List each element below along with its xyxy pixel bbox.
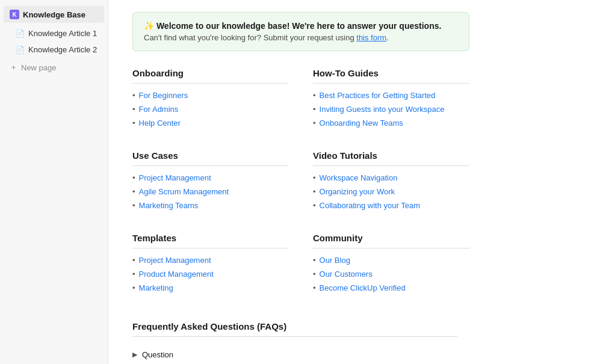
link-for-beginners[interactable]: For Beginners (139, 91, 188, 100)
section-onboarding: Onboarding For Beginners For Admins Help… (132, 68, 289, 132)
this-form-link[interactable]: this form (356, 33, 386, 42)
section-links-video-tutorials: Workspace Navigation Organizing your Wor… (313, 173, 469, 210)
link-marketing-teams[interactable]: Marketing Teams (139, 201, 199, 210)
welcome-banner-title: ✨ Welcome to our knowledge base! We're h… (144, 21, 458, 31)
section-title-video-tutorials: Video Tutorials (313, 150, 469, 166)
section-links-templates: Project Management Product Management Ma… (132, 256, 289, 292)
chevron-right-icon-1: ▶ (132, 351, 137, 359)
section-title-templates: Templates (132, 233, 289, 248)
list-item: Onboarding New Teams (313, 119, 469, 128)
sidebar-header[interactable]: K Knowledge Base (4, 6, 104, 23)
list-item: Project Management (132, 256, 289, 265)
faq-item-1[interactable]: ▶ Question (132, 345, 457, 364)
link-product-management[interactable]: Product Management (139, 270, 214, 279)
main-content: ✨ Welcome to our knowledge base! We're h… (108, 0, 594, 364)
section-links-how-to-guides: Best Practices for Getting Started Invit… (313, 91, 469, 128)
section-links-use-cases: Project Management Agile Scrum Managemen… (132, 173, 289, 210)
section-video-tutorials: Video Tutorials Workspace Navigation Org… (313, 150, 469, 215)
knowledge-base-icon: K (10, 10, 19, 19)
section-how-to-guides: How-To Guides Best Practices for Getting… (313, 68, 469, 132)
section-links-community: Our Blog Our Customers Become ClickUp Ve… (313, 256, 469, 292)
list-item: Become ClickUp Verified (313, 283, 469, 292)
section-title-how-to-guides: How-To Guides (313, 68, 469, 84)
sidebar-item-article-1[interactable]: 📄 Knowledge Article 1 (4, 26, 104, 41)
list-item: Organizing your Work (313, 187, 469, 196)
list-item: Product Management (132, 270, 289, 279)
list-item: Agile Scrum Management (132, 187, 289, 196)
list-item: For Beginners (132, 91, 289, 100)
link-agile-scrum[interactable]: Agile Scrum Management (139, 187, 229, 196)
list-item: Inviting Guests into your Workspace (313, 105, 469, 114)
link-collaborating-team[interactable]: Collaborating with your Team (320, 201, 420, 210)
section-links-onboarding: For Beginners For Admins Help Center (132, 91, 289, 128)
link-marketing[interactable]: Marketing (139, 283, 173, 292)
list-item: Workspace Navigation (313, 173, 469, 182)
list-item: Collaborating with your Team (313, 201, 469, 210)
article-icon-2: 📄 (16, 46, 25, 54)
link-project-management-uc[interactable]: Project Management (139, 173, 211, 182)
list-item: Our Customers (313, 270, 469, 279)
section-community: Community Our Blog Our Customers Become … (313, 233, 469, 297)
faq-question-1: Question (142, 350, 173, 359)
article-icon-1: 📄 (16, 29, 25, 38)
faq-section: Frequently Asked Questions (FAQs) ▶ Ques… (132, 321, 457, 364)
welcome-title-text: Welcome to our knowledge base! We're her… (156, 21, 441, 31)
new-page-label: New page (21, 63, 57, 72)
list-item: Marketing (132, 283, 289, 292)
list-item: Marketing Teams (132, 201, 289, 210)
sidebar-item-label-1: Knowledge Article 1 (28, 29, 97, 38)
welcome-banner: ✨ Welcome to our knowledge base! We're h… (132, 12, 469, 51)
sidebar-header-label: Knowledge Base (23, 10, 85, 19)
link-inviting-guests[interactable]: Inviting Guests into your Workspace (320, 105, 445, 114)
link-our-customers[interactable]: Our Customers (320, 270, 373, 279)
link-help-center[interactable]: Help Center (139, 119, 181, 128)
welcome-body-text: Can't find what you're looking for? Subm… (144, 33, 356, 42)
section-use-cases: Use Cases Project Management Agile Scrum… (132, 150, 289, 215)
new-page-button[interactable]: ＋ New page (4, 59, 104, 76)
link-project-management-tmpl[interactable]: Project Management (139, 256, 211, 265)
link-workspace-navigation[interactable]: Workspace Navigation (320, 173, 398, 182)
sparkle-icon: ✨ (144, 21, 154, 31)
sidebar: K Knowledge Base 📄 Knowledge Article 1 📄… (0, 0, 108, 364)
list-item: Our Blog (313, 256, 469, 265)
section-title-onboarding: Onboarding (132, 68, 289, 84)
sidebar-item-label-2: Knowledge Article 2 (28, 45, 97, 54)
list-item: Project Management (132, 173, 289, 182)
list-item: Help Center (132, 119, 289, 128)
section-title-use-cases: Use Cases (132, 150, 289, 166)
link-our-blog[interactable]: Our Blog (320, 256, 350, 265)
sidebar-item-article-2[interactable]: 📄 Knowledge Article 2 (4, 42, 104, 57)
welcome-suffix: . (386, 33, 389, 42)
link-for-admins[interactable]: For Admins (139, 105, 179, 114)
link-organizing-work[interactable]: Organizing your Work (320, 187, 395, 196)
list-item: Best Practices for Getting Started (313, 91, 469, 100)
section-title-community: Community (313, 233, 469, 248)
link-become-clickup-verified[interactable]: Become ClickUp Verified (320, 283, 406, 292)
link-onboarding-new-teams[interactable]: Onboarding New Teams (320, 119, 403, 128)
plus-icon: ＋ (10, 62, 17, 73)
section-templates: Templates Project Management Product Man… (132, 233, 289, 297)
faq-title: Frequently Asked Questions (FAQs) (132, 321, 457, 337)
link-best-practices[interactable]: Best Practices for Getting Started (320, 91, 436, 100)
list-item: For Admins (132, 105, 289, 114)
sections-grid: Onboarding For Beginners For Admins Help… (132, 68, 469, 315)
welcome-banner-body: Can't find what you're looking for? Subm… (144, 33, 458, 42)
